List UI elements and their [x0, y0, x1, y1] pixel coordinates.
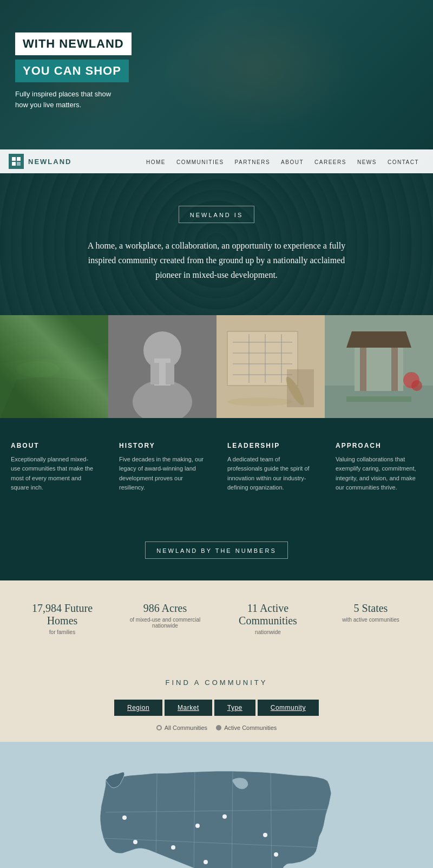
map-dot-4 — [195, 824, 200, 828]
nav-item-about[interactable]: ABOUT — [275, 156, 309, 166]
radio-all — [156, 725, 162, 730]
logo-svg — [11, 156, 22, 167]
map-dot-8 — [204, 860, 208, 864]
info-cards: ABOUT Exceptionally planned mixed-use co… — [0, 418, 433, 531]
filter-community[interactable]: Community — [258, 700, 319, 716]
svg-rect-12 — [166, 363, 174, 384]
filter-region[interactable]: Region — [114, 700, 162, 716]
svg-rect-4 — [0, 315, 108, 418]
logo-text: NEWLAND — [28, 158, 71, 166]
find-community-section: FIND A COMMUNITY Region Market Type Comm… — [0, 657, 433, 742]
nav-item-home[interactable]: HOME — [141, 156, 171, 166]
image-aerial — [0, 315, 108, 418]
hero-subtitle: Fully inspired places that show how you … — [15, 89, 123, 110]
svg-point-23 — [227, 397, 292, 406]
svg-rect-31 — [346, 396, 411, 402]
numbers-badge: NEWLAND BY THE NUMBERS — [145, 541, 287, 559]
image-grid — [0, 315, 433, 418]
svg-point-5 — [16, 361, 60, 377]
card-approach: APPROACH Valuing collaborations that exe… — [325, 431, 433, 504]
svg-rect-1 — [17, 157, 21, 161]
svg-rect-3 — [17, 162, 21, 166]
stat-communities: 11 Active Communities nationwide — [216, 597, 319, 641]
us-map — [60, 758, 373, 868]
map-dot-7 — [274, 852, 278, 857]
map-dot-3 — [171, 845, 175, 850]
filter-active-communities[interactable]: Active Communities — [216, 725, 277, 731]
nav-item-careers[interactable]: CAREERS — [309, 156, 352, 166]
map-section — [0, 742, 433, 868]
nav-links-list: HOME COMMUNITIES PARTNERS ABOUT CAREERS … — [84, 156, 424, 166]
card-about: ABOUT Exceptionally planned mixed-use co… — [0, 431, 108, 504]
map-dot-2 — [133, 840, 137, 844]
filter-type[interactable]: Type — [214, 700, 255, 716]
card-history: HISTORY Five decades in the making, our … — [108, 431, 216, 504]
logo[interactable]: NEWLAND — [9, 154, 71, 169]
newland-is-section: NEWLAND IS A home, a workplace, a collab… — [0, 173, 433, 315]
newland-is-badge: NEWLAND IS — [179, 206, 254, 223]
radio-active — [216, 725, 221, 730]
nav-item-news[interactable]: NEWS — [352, 156, 382, 166]
svg-rect-24 — [287, 369, 314, 407]
filter-market[interactable]: Market — [165, 700, 212, 716]
hero-title-line2: YOU CAN SHOP — [15, 60, 129, 82]
stats-bar: 17,984 Future Homes for families 986 Acr… — [0, 580, 433, 657]
newland-is-description: A home, a workplace, a collaboration, an… — [81, 238, 352, 283]
filter-options: All Communities Active Communities — [11, 725, 422, 731]
svg-rect-0 — [12, 157, 16, 161]
nav-item-partners[interactable]: PARTNERS — [229, 156, 276, 166]
nav-item-communities[interactable]: COMMUNITIES — [171, 156, 229, 166]
card-leadership: LEADERSHIP A dedicated team of professio… — [216, 431, 325, 504]
numbers-section: NEWLAND BY THE NUMBERS — [0, 531, 433, 580]
svg-marker-28 — [346, 331, 411, 348]
stat-states: 5 States with active communities — [319, 597, 422, 641]
svg-rect-29 — [360, 348, 366, 391]
svg-rect-2 — [12, 162, 16, 166]
hero-content: WITH NEWLAND YOU CAN SHOP Fully inspired… — [15, 32, 132, 110]
logo-icon — [9, 154, 24, 169]
image-person — [108, 315, 216, 418]
hero-section: WITH NEWLAND YOU CAN SHOP Fully inspired… — [0, 0, 433, 173]
svg-point-33 — [411, 380, 422, 391]
main-navigation: NEWLAND HOME COMMUNITIES PARTNERS ABOUT … — [0, 149, 433, 173]
map-dot-1 — [122, 815, 127, 820]
image-pavilion — [325, 315, 433, 418]
nav-item-contact[interactable]: CONTACT — [382, 156, 424, 166]
svg-rect-30 — [391, 348, 398, 391]
us-map-svg — [60, 758, 373, 868]
filter-all-communities[interactable]: All Communities — [156, 725, 207, 731]
map-dot-6 — [263, 833, 267, 837]
map-dot-5 — [222, 814, 227, 819]
filter-tabs: Region Market Type Community — [11, 700, 422, 716]
stat-acres: 986 Acres of mixed-use and commercial na… — [114, 597, 216, 641]
hero-title-line1: WITH NEWLAND — [15, 32, 132, 55]
find-community-title: FIND A COMMUNITY — [11, 678, 422, 687]
svg-rect-11 — [150, 363, 159, 384]
stat-homes: 17,984 Future Homes for families — [11, 597, 114, 641]
image-blueprints — [216, 315, 325, 418]
